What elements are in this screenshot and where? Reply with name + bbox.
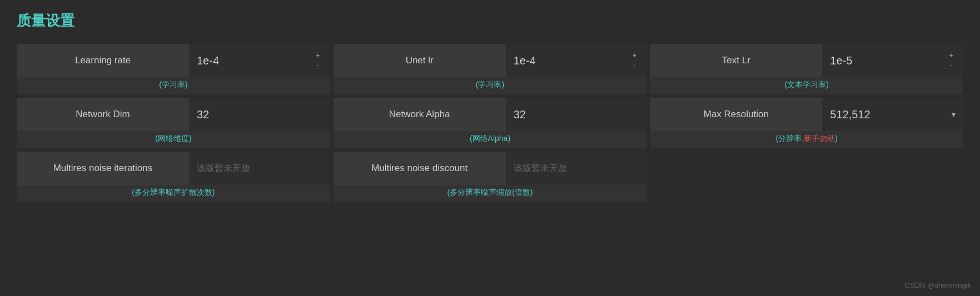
- network-dim-subtext-row: (网络维度): [17, 131, 330, 148]
- network-dim-value-area[interactable]: 32: [189, 98, 330, 131]
- multires-noise-iterations-card: Multires noise iterations 该版暂未开放 (多分辨率噪声…: [17, 152, 330, 202]
- max-resolution-value: 512,512: [830, 108, 870, 121]
- network-alpha-label: Network Alpha: [389, 108, 450, 121]
- unet-lr-value-area: 1e-4 + -: [506, 44, 647, 77]
- multires-noise-iterations-subtext-row: (多分辨率噪声扩散次数): [17, 185, 330, 202]
- multires-noise-iterations-label: Multires noise iterations: [53, 162, 153, 174]
- multires-noise-discount-card: Multires noise discount 该版暂未开放 (多分辨率噪声缩放…: [334, 152, 647, 202]
- max-resolution-label: Max Resolution: [704, 108, 769, 121]
- multires-noise-discount-value-area: 该版暂未开放: [506, 152, 647, 185]
- unet-lr-subtext-row: (学习率): [334, 77, 647, 94]
- watermark: CSDN @shenmingik: [905, 281, 971, 289]
- network-alpha-value: 32: [514, 108, 526, 121]
- learning-rate-value-area: 1e-4 + -: [189, 44, 330, 77]
- learning-rate-minus[interactable]: -: [315, 61, 321, 71]
- multires-noise-iterations-value: 该版暂未开放: [197, 163, 250, 174]
- multires-noise-iterations-label-area: Multires noise iterations: [17, 152, 189, 185]
- max-resolution-value-area[interactable]: 512,512 ▾: [822, 98, 963, 131]
- learning-rate-label: Learning rate: [75, 54, 131, 67]
- multires-noise-iterations-value-area: 该版暂未开放: [189, 152, 330, 185]
- text-lr-stepper[interactable]: + -: [947, 51, 956, 70]
- network-dim-value: 32: [197, 108, 209, 121]
- page-title: 质量设置: [17, 11, 963, 31]
- multires-noise-discount-value: 该版暂未开放: [514, 163, 567, 174]
- unet-lr-card: Unet lr 1e-4 + - (学习率): [334, 44, 647, 94]
- unet-lr-stepper[interactable]: + -: [630, 51, 639, 70]
- network-dim-label: Network Dim: [76, 108, 130, 121]
- max-resolution-label-area: Max Resolution: [650, 98, 822, 131]
- multires-noise-discount-label: Multires noise discount: [371, 162, 467, 174]
- network-alpha-sublabel: (网络Alpha): [470, 134, 510, 143]
- learning-rate-sublabel: (学习率): [159, 80, 187, 89]
- text-lr-label: Text Lr: [722, 54, 750, 67]
- text-lr-card: Text Lr 1e-5 + - (文本学习率): [650, 44, 963, 94]
- learning-rate-subtext-row: (学习率): [17, 77, 330, 94]
- max-resolution-sublabel-end: ): [835, 134, 838, 143]
- network-alpha-label-area: Network Alpha: [334, 98, 506, 131]
- unet-lr-sublabel: (学习率): [476, 80, 504, 89]
- learning-rate-card: Learning rate 1e-4 + - (学习率): [17, 44, 330, 94]
- network-alpha-subtext-row: (网络Alpha): [334, 131, 647, 148]
- text-lr-plus[interactable]: +: [947, 51, 956, 61]
- multires-noise-iterations-sublabel: (多分辨率噪声扩散次数): [132, 188, 215, 197]
- text-lr-sublabel: (文本学习率): [785, 80, 829, 89]
- text-lr-subtext-row: (文本学习率): [650, 77, 963, 94]
- learning-rate-plus[interactable]: +: [314, 51, 322, 61]
- text-lr-value: 1e-5: [830, 54, 852, 67]
- empty-cell: [650, 152, 963, 202]
- network-dim-label-area: Network Dim: [17, 98, 189, 131]
- fields-grid: Learning rate 1e-4 + - (学习率) Unet lr 1e-…: [17, 44, 963, 202]
- text-lr-label-area: Text Lr: [650, 44, 822, 77]
- multires-noise-discount-subtext-row: (多分辨率噪声缩放(倍数): [334, 185, 647, 202]
- network-dim-card: Network Dim 32 (网络维度): [17, 98, 330, 148]
- max-resolution-subtext-row: (分辨率,新手勿动): [650, 131, 963, 148]
- multires-noise-discount-sublabel: (多分辨率噪声缩放(倍数): [447, 188, 533, 197]
- network-dim-sublabel: (网络维度): [155, 134, 191, 143]
- max-resolution-sublabel-normal: (分辨率,: [776, 134, 804, 143]
- text-lr-minus[interactable]: -: [948, 61, 954, 71]
- learning-rate-label-area: Learning rate: [17, 44, 189, 77]
- network-alpha-value-area[interactable]: 32: [506, 98, 647, 131]
- unet-lr-label-area: Unet lr: [334, 44, 506, 77]
- max-resolution-card: Max Resolution 512,512 ▾ (分辨率,新手勿动): [650, 98, 963, 148]
- unet-lr-value: 1e-4: [514, 54, 536, 67]
- unet-lr-label: Unet lr: [406, 54, 434, 67]
- max-resolution-sublabel-warning: 新手勿动: [804, 134, 835, 143]
- multires-noise-discount-label-area: Multires noise discount: [334, 152, 506, 185]
- learning-rate-stepper[interactable]: + -: [314, 51, 322, 70]
- max-resolution-dropdown-icon[interactable]: ▾: [952, 110, 956, 119]
- learning-rate-value: 1e-4: [197, 54, 219, 67]
- text-lr-value-area: 1e-5 + -: [822, 44, 963, 77]
- unet-lr-minus[interactable]: -: [631, 61, 638, 71]
- unet-lr-plus[interactable]: +: [630, 51, 639, 61]
- network-alpha-card: Network Alpha 32 (网络Alpha): [334, 98, 647, 148]
